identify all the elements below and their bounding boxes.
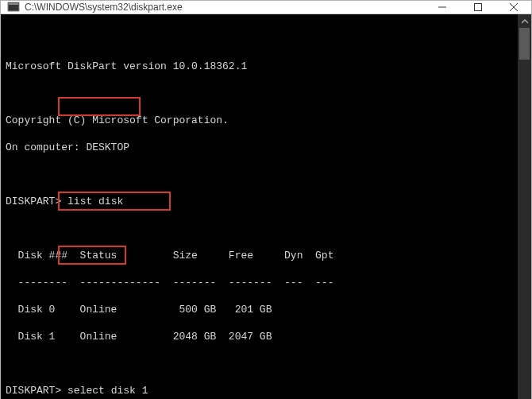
scroll-up-icon[interactable] xyxy=(518,14,531,28)
prompt: DISKPART> xyxy=(6,384,61,397)
copyright-line: Copyright (C) Microsoft Corporation. xyxy=(6,114,518,127)
table-row: Disk 0 Online 500 GB 201 GB xyxy=(6,303,518,316)
svg-rect-1 xyxy=(9,3,18,5)
blank-line xyxy=(6,222,518,235)
app-icon xyxy=(7,1,20,14)
table-header: Disk ### Status Size Free Dyn Gpt xyxy=(6,249,518,262)
blank-line xyxy=(6,33,518,46)
console-output[interactable]: Microsoft DiskPart version 10.0.18362.1 … xyxy=(1,14,518,399)
minimize-button[interactable] xyxy=(424,1,460,14)
close-button[interactable] xyxy=(495,1,531,14)
window-title: C:\WINDOWS\system32\diskpart.exe xyxy=(25,2,424,13)
table-divider: -------- ------------- ------- ------- -… xyxy=(6,276,518,289)
app-window: C:\WINDOWS\system32\diskpart.exe Microso… xyxy=(0,0,532,399)
vertical-scrollbar[interactable] xyxy=(518,14,531,399)
prompt: DISKPART> xyxy=(6,195,61,208)
maximize-button[interactable] xyxy=(460,1,495,14)
window-controls xyxy=(424,1,531,14)
console-area: Microsoft DiskPart version 10.0.18362.1 … xyxy=(1,14,531,399)
blank-line xyxy=(6,168,518,181)
prompt-line-1: DISKPART> list disk xyxy=(6,195,518,208)
prompt-line-2: DISKPART> select disk 1 xyxy=(6,384,518,397)
computer-line: On computer: DESKTOP xyxy=(6,141,518,154)
svg-rect-3 xyxy=(474,4,481,11)
blank-line xyxy=(6,357,518,370)
scroll-thumb[interactable] xyxy=(519,28,530,60)
version-line: Microsoft DiskPart version 10.0.18362.1 xyxy=(6,60,518,73)
table-row: Disk 1 Online 2048 GB 2047 GB xyxy=(6,330,518,343)
command-select-disk: select disk 1 xyxy=(67,384,148,397)
blank-line xyxy=(6,87,518,100)
command-list-disk: list disk xyxy=(67,195,123,208)
titlebar[interactable]: C:\WINDOWS\system32\diskpart.exe xyxy=(1,1,531,14)
